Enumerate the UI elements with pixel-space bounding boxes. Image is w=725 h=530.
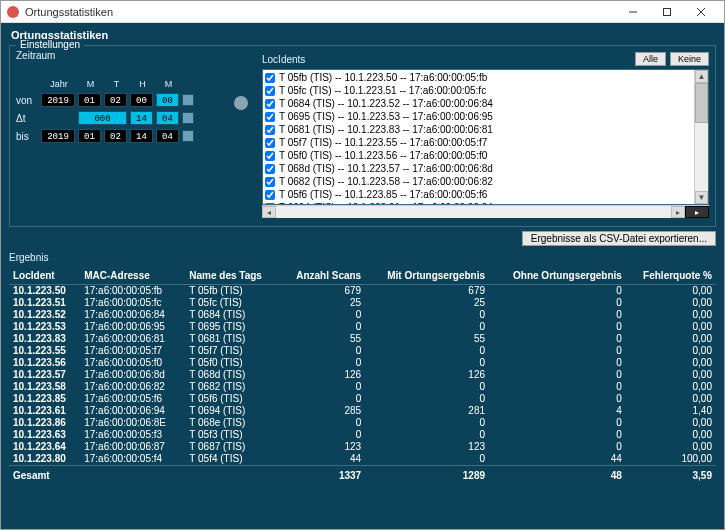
cell-locident: 10.1.223.50: [9, 285, 80, 298]
list-item-label: T 0681 (TIS) -- 10.1.223.83 -- 17:a6:00:…: [279, 124, 493, 135]
table-row: 10.1.223.8617:a6:00:00:06:8ET 068e (TIS)…: [9, 417, 716, 429]
cell-name: T 0694 (TIS): [185, 405, 279, 417]
export-csv-button[interactable]: Ergebnisse als CSV-Datei exportieren...: [522, 231, 716, 246]
svg-rect-1: [664, 8, 671, 15]
von-month[interactable]: 01: [78, 93, 101, 107]
col-scans: Anzahl Scans: [280, 267, 366, 285]
list-item[interactable]: T 05f7 (TIS) -- 10.1.223.55 -- 17:a6:00:…: [265, 136, 692, 149]
minimize-button[interactable]: [616, 2, 650, 22]
list-item[interactable]: T 0684 (TIS) -- 10.1.223.52 -- 17:a6:00:…: [265, 97, 692, 110]
cell-without: 0: [489, 417, 626, 429]
list-item-checkbox[interactable]: [265, 86, 275, 96]
select-all-button[interactable]: Alle: [635, 52, 666, 66]
period-legend: Zeitraum: [16, 50, 256, 61]
list-item[interactable]: T 05f0 (TIS) -- 10.1.223.56 -- 17:a6:00:…: [265, 149, 692, 162]
scroll-down-icon[interactable]: ▼: [695, 191, 708, 204]
col-with: Mit Ortungsergebnis: [365, 267, 489, 285]
window-buttons: [616, 2, 718, 22]
cell-name: T 05fc (TIS): [185, 297, 279, 309]
select-none-button[interactable]: Keine: [670, 52, 709, 66]
list-item-checkbox[interactable]: [265, 125, 275, 135]
cell-mac: 17:a6:00:00:06:8d: [80, 369, 185, 381]
scroll-left-icon[interactable]: ◂: [262, 206, 276, 218]
cell-mac: 17:a6:00:00:06:81: [80, 333, 185, 345]
list-item-checkbox[interactable]: [265, 138, 275, 148]
cell-locident: 10.1.223.53: [9, 321, 80, 333]
maximize-button[interactable]: [650, 2, 684, 22]
period-head: Jahr M T H M: [42, 79, 224, 89]
cell-scans: 0: [280, 381, 366, 393]
cell-with: 0: [365, 321, 489, 333]
cell-scans: 285: [280, 405, 366, 417]
scroll-up-icon[interactable]: ▲: [695, 70, 708, 83]
close-button[interactable]: [684, 2, 718, 22]
cell-total-without: 48: [489, 466, 626, 483]
run-button[interactable]: ▸: [685, 206, 709, 218]
cell-mac: 17:a6:00:00:05:fc: [80, 297, 185, 309]
cell-with: 0: [365, 429, 489, 441]
list-item[interactable]: T 068d (TIS) -- 10.1.223.57 -- 17:a6:00:…: [265, 162, 692, 175]
cell-locident: 10.1.223.56: [9, 357, 80, 369]
list-item[interactable]: T 05f6 (TIS) -- 10.1.223.85 -- 17:a6:00:…: [265, 188, 692, 201]
page-header: Ortungsstatistiken: [9, 27, 716, 45]
bis-year[interactable]: 2019: [41, 129, 75, 143]
list-item-checkbox[interactable]: [265, 112, 275, 122]
list-item[interactable]: T 05fc (TIS) -- 10.1.223.51 -- 17:a6:00:…: [265, 84, 692, 97]
cell-without: 0: [489, 309, 626, 321]
list-item-label: T 0684 (TIS) -- 10.1.223.52 -- 17:a6:00:…: [279, 98, 493, 109]
cell-without: 0: [489, 297, 626, 309]
dt-hours[interactable]: 14: [130, 111, 153, 125]
bis-hour[interactable]: 14: [130, 129, 153, 143]
bis-day[interactable]: 02: [104, 129, 127, 143]
dt-days[interactable]: 000: [78, 111, 127, 125]
list-item-checkbox[interactable]: [265, 164, 275, 174]
result-section: Ergebnis LocIdent MAC-Adresse Name des T…: [9, 252, 716, 482]
link-icon[interactable]: [182, 130, 194, 142]
col-mac: MAC-Adresse: [80, 267, 185, 285]
table-header-row: LocIdent MAC-Adresse Name des Tags Anzah…: [9, 267, 716, 285]
cell-mac: 17:a6:00:00:05:f4: [80, 453, 185, 466]
scroll-right-icon[interactable]: ▸: [671, 206, 685, 218]
list-item-checkbox[interactable]: [265, 99, 275, 109]
cell-without: 0: [489, 369, 626, 381]
period-row-von: von 2019 01 02 00 00: [16, 93, 224, 107]
von-hour[interactable]: 00: [130, 93, 153, 107]
vertical-scrollbar[interactable]: ▲ ▼: [694, 70, 708, 204]
list-item[interactable]: T 0681 (TIS) -- 10.1.223.83 -- 17:a6:00:…: [265, 123, 692, 136]
cell-locident: 10.1.223.55: [9, 345, 80, 357]
cell-name: T 05fb (TIS): [185, 285, 279, 298]
dt-minutes[interactable]: 04: [156, 111, 179, 125]
list-item-label: T 05f7 (TIS) -- 10.1.223.55 -- 17:a6:00:…: [279, 137, 487, 148]
cell-mac: 17:a6:00:00:06:94: [80, 405, 185, 417]
cell-without: 4: [489, 405, 626, 417]
cell-without: 0: [489, 285, 626, 298]
cell-name: T 0695 (TIS): [185, 321, 279, 333]
list-item-checkbox[interactable]: [265, 177, 275, 187]
list-item-checkbox[interactable]: [265, 190, 275, 200]
list-item-checkbox[interactable]: [265, 73, 275, 83]
horizontal-scrollbar[interactable]: ◂ ▸ ▸: [262, 205, 709, 218]
bis-month[interactable]: 01: [78, 129, 101, 143]
cell-err: 0,00: [626, 297, 716, 309]
cell-err: 0,00: [626, 345, 716, 357]
app-icon: [7, 6, 19, 18]
locidents-listbox[interactable]: T 05fb (TIS) -- 10.1.223.50 -- 17:a6:00:…: [262, 69, 709, 205]
link-icon[interactable]: [182, 112, 194, 124]
cell-err: 0,00: [626, 321, 716, 333]
list-item[interactable]: T 0682 (TIS) -- 10.1.223.58 -- 17:a6:00:…: [265, 175, 692, 188]
bis-minute[interactable]: 04: [156, 129, 179, 143]
list-item-checkbox[interactable]: [265, 203, 275, 205]
table-row: 10.1.223.8517:a6:00:00:05:f6T 05f6 (TIS)…: [9, 393, 716, 405]
cell-locident: 10.1.223.86: [9, 417, 80, 429]
scroll-thumb[interactable]: [695, 83, 708, 123]
locidents-panel: LocIdents Alle Keine T 05fb (TIS) -- 10.…: [262, 50, 709, 218]
cell-without: 0: [489, 393, 626, 405]
von-day[interactable]: 02: [104, 93, 127, 107]
von-minute[interactable]: 00: [156, 93, 179, 107]
link-icon[interactable]: [182, 94, 194, 106]
list-item[interactable]: T 0694 (TIS) -- 10.1.223.61 -- 17:a6:00:…: [265, 201, 692, 204]
list-item[interactable]: T 05fb (TIS) -- 10.1.223.50 -- 17:a6:00:…: [265, 71, 692, 84]
list-item-checkbox[interactable]: [265, 151, 275, 161]
list-item[interactable]: T 0695 (TIS) -- 10.1.223.53 -- 17:a6:00:…: [265, 110, 692, 123]
von-year[interactable]: 2019: [41, 93, 75, 107]
